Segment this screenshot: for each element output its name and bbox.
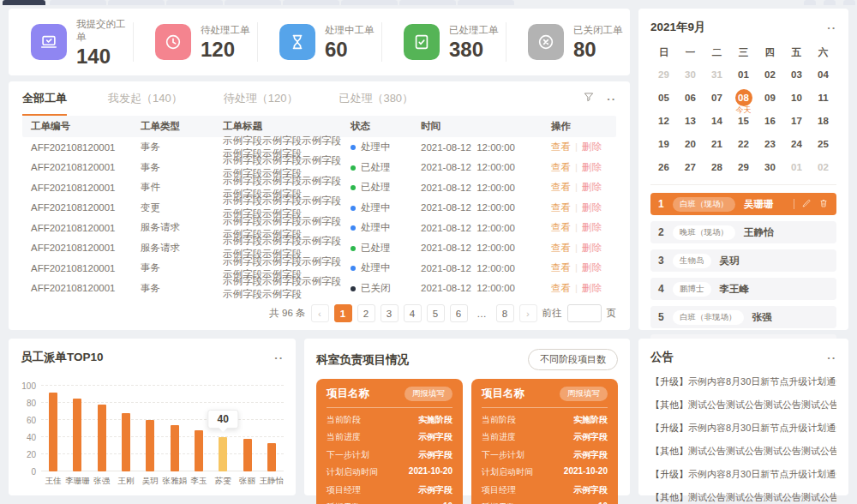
delete-link[interactable]: 删除 — [582, 262, 602, 273]
page-button[interactable]: 4 — [404, 304, 422, 322]
calendar-day[interactable]: 26 — [650, 155, 677, 178]
browser-tab[interactable] — [804, 0, 816, 5]
calendar-day[interactable]: 22 — [730, 132, 757, 155]
shift-item[interactable]: 3生物岛吴玥 — [650, 249, 836, 272]
announcement-item[interactable]: 【升级】示例内容8月30日新节点升级计划通知 — [650, 422, 836, 435]
more-icon[interactable]: ·· — [274, 352, 284, 363]
browser-tab[interactable] — [3, 0, 45, 5]
calendar-day[interactable]: 23 — [757, 132, 783, 155]
bar[interactable] — [73, 399, 81, 471]
calendar-day[interactable]: 11 — [810, 86, 836, 109]
calendar-day[interactable]: 08今天 — [730, 86, 757, 109]
calendar-day[interactable]: 04 — [810, 63, 836, 86]
shift-item[interactable]: 4鹏博士李王峰 — [650, 278, 836, 300]
calendar-day[interactable]: 19 — [650, 132, 677, 155]
announcement-item[interactable]: 【其他】测试公告测试公告测试公告测试公告测试公告 — [650, 445, 836, 458]
browser-tab[interactable] — [399, 0, 456, 5]
bar[interactable] — [219, 437, 227, 471]
bar[interactable] — [243, 439, 252, 471]
view-link[interactable]: 查看 — [551, 283, 571, 293]
browser-tab[interactable] — [843, 0, 855, 5]
tab-待处理（120）[interactable]: 待处理（120） — [224, 91, 298, 114]
calendar-day[interactable]: 17 — [783, 109, 810, 132]
tab-已处理（380）[interactable]: 已处理（380） — [339, 91, 413, 114]
goto-page-input[interactable] — [567, 304, 602, 322]
browser-tab[interactable] — [166, 0, 223, 5]
calendar-day[interactable]: 12 — [650, 109, 677, 132]
weekly-report-badge[interactable]: 周报填写 — [560, 387, 608, 401]
calendar-day[interactable]: 09 — [757, 86, 783, 109]
browser-tab[interactable] — [824, 0, 836, 5]
calendar-day[interactable]: 18 — [810, 109, 836, 132]
delete-link[interactable]: 删除 — [582, 162, 602, 172]
announcement-item[interactable]: 【升级】示例内容8月30日新节点升级计划通知 — [650, 375, 836, 388]
bar[interactable] — [267, 443, 276, 471]
bar[interactable] — [122, 413, 130, 471]
calendar-day[interactable]: 21 — [704, 132, 730, 155]
delete-link[interactable]: 删除 — [582, 222, 602, 232]
calendar-day[interactable]: 24 — [783, 132, 810, 155]
weekly-report-badge[interactable]: 周报填写 — [405, 387, 452, 401]
shift-item[interactable]: 5白班（非现场）张强 — [650, 306, 836, 328]
calendar-day[interactable]: 31 — [704, 63, 730, 86]
tab-我发起（140）[interactable]: 我发起（140） — [108, 91, 183, 114]
calendar-day[interactable]: 30 — [677, 63, 704, 86]
view-link[interactable]: 查看 — [551, 162, 571, 172]
calendar-day[interactable]: 29 — [730, 155, 757, 178]
view-link[interactable]: 查看 — [551, 202, 571, 213]
calendar-day[interactable]: 28 — [704, 155, 730, 178]
calendar-day[interactable]: 02 — [810, 155, 836, 178]
calendar-day[interactable]: 20 — [677, 132, 704, 155]
calendar-day[interactable]: 07 — [704, 86, 730, 109]
calendar-day[interactable]: 16 — [757, 109, 783, 132]
delete-link[interactable]: 删除 — [582, 243, 602, 253]
bar[interactable] — [146, 420, 154, 471]
delete-icon[interactable] — [818, 198, 829, 210]
calendar-day[interactable]: 06 — [677, 86, 704, 109]
announcement-item[interactable]: 【升级】示例内容8月30日新节点升级计划通知 — [650, 468, 836, 481]
page-button[interactable]: 1 — [334, 304, 352, 322]
view-link[interactable]: 查看 — [551, 141, 571, 152]
calendar-day[interactable]: 01 — [730, 63, 757, 86]
delete-link[interactable]: 删除 — [582, 202, 602, 213]
stage-count-button[interactable]: 不同阶段项目数 — [528, 349, 618, 370]
calendar-day[interactable]: 05 — [650, 86, 677, 109]
edit-icon[interactable] — [801, 198, 812, 210]
calendar-day[interactable]: 02 — [757, 63, 783, 86]
bar[interactable] — [49, 393, 57, 471]
tab-全部工单[interactable]: 全部工单 — [22, 91, 67, 116]
calendar-day[interactable]: 01 — [783, 155, 810, 178]
calendar-day[interactable]: 10 — [783, 86, 810, 109]
shift-item[interactable]: 2晚班（现场）王静怡 — [650, 221, 836, 243]
calendar-day[interactable]: 03 — [783, 63, 810, 86]
browser-tab[interactable] — [108, 0, 165, 5]
more-icon[interactable]: ·· — [827, 352, 836, 363]
browser-tab[interactable] — [225, 0, 281, 5]
filter-icon[interactable] — [583, 91, 595, 106]
shift-item[interactable]: 1白班（现场）吴珊珊 — [650, 193, 836, 215]
announcement-item[interactable]: 【其他】测试公告测试公告测试公告测试公告测试公告 — [650, 491, 836, 504]
delete-link[interactable]: 删除 — [582, 283, 602, 293]
bar[interactable] — [195, 430, 203, 471]
page-button[interactable]: 3 — [381, 304, 399, 322]
calendar-day[interactable]: 13 — [677, 109, 704, 132]
view-link[interactable]: 查看 — [551, 222, 571, 232]
page-button[interactable]: 8 — [496, 304, 514, 322]
calendar-day[interactable]: 30 — [757, 155, 783, 178]
delete-link[interactable]: 删除 — [582, 182, 602, 192]
bar[interactable] — [171, 425, 179, 471]
calendar-day[interactable]: 27 — [677, 155, 704, 178]
browser-tab[interactable] — [458, 0, 514, 5]
more-icon[interactable]: ·· — [607, 93, 616, 105]
prev-page-button[interactable]: ‹ — [311, 304, 329, 322]
calendar-day[interactable]: 29 — [650, 63, 677, 86]
calendar-day[interactable]: 25 — [810, 132, 836, 155]
view-link[interactable]: 查看 — [551, 182, 571, 192]
calendar-day[interactable]: 14 — [704, 109, 730, 132]
delete-link[interactable]: 删除 — [582, 141, 602, 152]
calendar-day[interactable]: 15 — [730, 109, 757, 132]
browser-tab[interactable] — [50, 0, 106, 5]
view-link[interactable]: 查看 — [551, 262, 571, 273]
bar[interactable] — [98, 405, 106, 471]
browser-tab[interactable] — [283, 0, 339, 5]
